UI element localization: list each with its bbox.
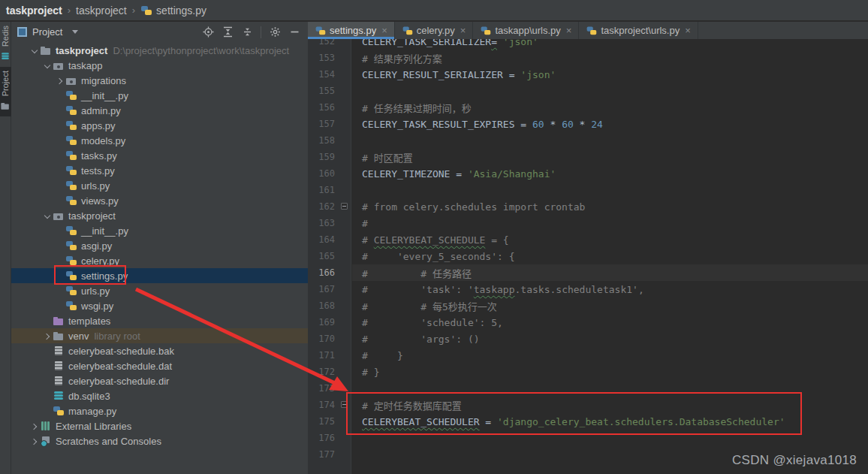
code-line[interactable]: 158 [308,132,868,149]
code-line[interactable]: 160CELERY_TIMEZONE = 'Asia/Shanghai' [308,165,868,182]
close-icon[interactable]: × [381,25,387,36]
tree-item-external-libraries[interactable]: External Libraries [11,418,308,433]
tree-item--init-py[interactable]: __init__.py [11,88,308,103]
code-line[interactable]: 176 [308,430,868,446]
tree-item-celerybeat-schedule-bak[interactable]: celerybeat-schedule.bak [11,343,308,358]
editor-tab-taskproject-urls-py[interactable]: taskproject\urls.py× [579,22,698,39]
line-number[interactable]: 173 [308,383,335,394]
code-line[interactable]: 153# 结果序列化方案 [308,50,868,66]
line-number[interactable]: 162 [308,201,335,212]
code-pane[interactable]: 152CELERY_TASK_SERIALIZER= 'json'153# 结果… [308,39,868,474]
line-number[interactable]: 158 [308,135,335,146]
breadcrumb-item[interactable]: settings.py [140,5,206,17]
code-line[interactable]: 172# } [308,364,868,380]
tree-item-scratches-and-consoles[interactable]: Scratches and Consoles [11,433,308,448]
code-line[interactable]: 163# [308,215,868,231]
breadcrumb-item[interactable]: taskproject [6,5,62,17]
code-line[interactable]: 165# 'every_5_seconds': { [308,248,868,264]
code-line[interactable]: 168# # 每5秒执行一次 [308,297,868,314]
tool-window-button-redis[interactable]: Redis [0,22,11,67]
fold-marker-icon[interactable] [341,401,348,408]
tree-item-views-py[interactable]: views.py [11,193,308,208]
line-number[interactable]: 164 [308,234,335,245]
chevron-right-icon[interactable] [42,331,53,341]
line-number[interactable]: 170 [308,334,335,344]
tree-item-tasks-py[interactable]: tasks.py [11,148,308,163]
tree-item-settings-py[interactable]: settings.py [11,268,308,283]
line-number[interactable]: 172 [308,367,335,377]
line-number[interactable]: 155 [308,86,335,96]
line-number[interactable]: 152 [308,39,335,47]
chevron-right-icon[interactable] [29,421,40,431]
code-line[interactable]: 159# 时区配置 [308,149,868,165]
tree-item--init-py[interactable]: __init__.py [11,223,308,238]
line-number[interactable]: 157 [308,119,335,129]
close-icon[interactable]: × [685,25,691,36]
tree-item-migrations[interactable]: migrations [11,73,308,88]
close-icon[interactable]: × [460,25,466,36]
line-number[interactable]: 161 [308,185,335,195]
code-line[interactable]: 154CELERY_RESULT_SERIALIZER = 'json' [308,66,868,83]
code-line[interactable]: 170# 'args': () [308,331,868,347]
line-number[interactable]: 174 [308,400,335,410]
editor-tab-settings-py[interactable]: settings.py× [308,22,395,39]
line-number[interactable]: 159 [308,152,335,162]
gear-icon[interactable] [269,26,281,38]
code-line[interactable]: 174# 定时任务数据库配置 [308,397,868,413]
chevron-down-icon[interactable] [29,45,40,56]
tree-item-models-py[interactable]: models.py [11,133,308,148]
code-line[interactable]: 155 [308,83,868,99]
hide-panel-icon[interactable] [288,26,300,38]
tree-item-celerybeat-schedule-dir[interactable]: celerybeat-schedule.dir [11,373,308,388]
tree-item-wsgi-py[interactable]: wsgi.py [11,298,308,313]
code-line[interactable]: 161 [308,182,868,198]
code-line[interactable]: 156# 任务结果过期时间，秒 [308,99,868,116]
editor-tab-celery-py[interactable]: celery.py× [395,22,474,39]
tool-window-button-project[interactable]: Project [0,67,11,116]
breadcrumb-item[interactable]: taskproject [76,5,127,17]
code-line[interactable]: 175CELERYBEAT_SCHEDULER = 'django_celery… [308,413,868,430]
line-number[interactable]: 176 [308,433,335,443]
tree-item-apps-py[interactable]: apps.py [11,118,308,133]
close-icon[interactable]: × [566,25,572,36]
code-line[interactable]: 166# # 任务路径 [308,264,868,281]
code-line[interactable]: 169# 'schedule': 5, [308,314,868,331]
tree-item-db-sqlite3[interactable]: db.sqlite3 [11,388,308,403]
tree-item-asgi-py[interactable]: asgi.py [11,238,308,253]
collapse-all-icon[interactable] [222,26,234,38]
tree-item-admin-py[interactable]: admin.py [11,103,308,118]
editor-tab-taskapp-urls-py[interactable]: taskapp\urls.py× [473,22,579,39]
line-number[interactable]: 168 [308,300,335,311]
tree-item-taskapp[interactable]: taskapp [11,58,308,73]
code-line[interactable]: 171# } [308,347,868,364]
line-number[interactable]: 154 [308,69,335,80]
code-line[interactable]: 157CELERY_TASK_RESULT_EXPIRES = 60 * 60 … [308,116,868,132]
tree-item-tests-py[interactable]: tests.py [11,163,308,178]
line-number[interactable]: 166 [308,267,335,278]
line-number[interactable]: 171 [308,350,335,361]
chevron-down-icon[interactable] [42,210,53,221]
line-number[interactable]: 167 [308,284,335,294]
tree-item-taskproject[interactable]: taskprojectD:\project\pythonproject\work… [11,43,308,58]
chevron-down-icon[interactable] [72,30,78,34]
expand-collapse-icon[interactable] [241,26,253,38]
chevron-right-icon[interactable] [55,75,65,86]
code-line[interactable]: 167# 'task': 'taskapp.tasks.scheduletask… [308,281,868,297]
code-line[interactable]: 173 [308,380,868,397]
locate-file-icon[interactable] [202,26,214,38]
tree-item-celerybeat-schedule-dat[interactable]: celerybeat-schedule.dat [11,358,308,373]
tree-item-manage-py[interactable]: manage.py [11,403,308,418]
chevron-down-icon[interactable] [42,60,53,71]
tree-item-celery-py[interactable]: celery.py [11,253,308,268]
chevron-right-icon[interactable] [29,436,40,446]
line-number[interactable]: 163 [308,218,335,228]
tree-item-templates[interactable]: templates [11,313,308,328]
line-number[interactable]: 160 [308,168,335,179]
tree-item-urls-py[interactable]: urls.py [11,178,308,193]
code-line[interactable]: 152CELERY_TASK_SERIALIZER= 'json' [308,39,868,50]
code-line[interactable]: 162# from celery.schedules import cronta… [308,198,868,215]
line-number[interactable]: 165 [308,251,335,261]
line-number[interactable]: 156 [308,102,335,113]
line-number[interactable]: 177 [308,449,335,460]
line-number[interactable]: 153 [308,53,335,63]
